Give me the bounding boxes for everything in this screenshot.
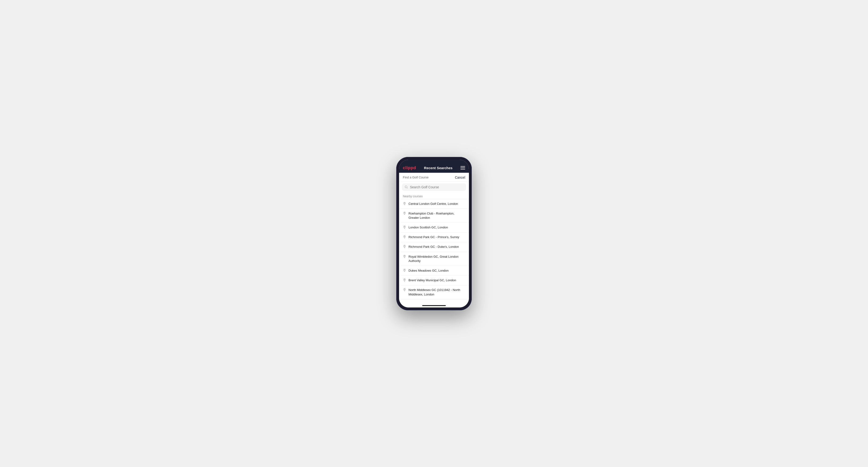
menu-icon[interactable] — [460, 166, 465, 169]
course-name: Richmond Park GC - Prince's, Surrey — [408, 235, 459, 239]
home-indicator — [399, 301, 469, 308]
svg-point-0 — [405, 186, 407, 188]
svg-point-4 — [404, 226, 405, 227]
search-input[interactable] — [410, 185, 463, 189]
location-pin-icon — [403, 212, 406, 215]
list-item[interactable]: Central London Golf Centre, London — [399, 199, 469, 209]
search-input-wrapper — [402, 183, 466, 191]
svg-point-5 — [404, 236, 405, 237]
course-list: Central London Golf Centre, London Roeha… — [399, 199, 469, 301]
svg-point-3 — [404, 212, 405, 213]
svg-point-9 — [404, 279, 405, 280]
course-name: London Scottish GC, London — [408, 225, 448, 229]
course-name: Richmond Park GC - Duke's, London — [408, 245, 459, 249]
nav-title: Recent Searches — [424, 166, 453, 170]
location-pin-icon — [403, 278, 406, 282]
list-item[interactable]: Dukes Meadows GC, London — [399, 266, 469, 276]
course-name: North Middlesex GC (1011942 - North Midd… — [408, 288, 465, 297]
status-bar — [399, 160, 469, 163]
list-item[interactable]: London Scottish GC, London — [399, 223, 469, 232]
phone-screen: clippd Recent Searches Find a Golf Cours… — [399, 160, 469, 308]
svg-point-6 — [404, 246, 405, 247]
search-input-container — [399, 182, 469, 193]
course-name: Brent Valley Municipal GC, London — [408, 278, 456, 282]
course-name: Dukes Meadows GC, London — [408, 269, 448, 273]
list-item[interactable]: Richmond Park GC - Prince's, Surrey — [399, 232, 469, 242]
list-item[interactable]: Roehampton Club - Roehampton, Greater Lo… — [399, 209, 469, 223]
location-pin-icon — [403, 269, 406, 272]
cancel-button[interactable]: Cancel — [455, 176, 465, 179]
list-item[interactable]: Brent Valley Municipal GC, London — [399, 276, 469, 285]
course-name: Roehampton Club - Roehampton, Greater Lo… — [408, 212, 465, 220]
search-header: Find a Golf Course Cancel — [399, 173, 469, 182]
location-pin-icon — [403, 245, 406, 248]
navigation-bar: clippd Recent Searches — [399, 163, 469, 173]
svg-line-1 — [407, 188, 408, 188]
course-name: Central London Golf Centre, London — [408, 202, 458, 206]
svg-point-8 — [404, 270, 405, 270]
location-pin-icon — [403, 288, 406, 291]
app-logo: clippd — [403, 165, 416, 170]
list-item[interactable]: Royal Wimbledon GC, Great London Authori… — [399, 252, 469, 266]
svg-point-2 — [404, 203, 405, 204]
svg-point-7 — [404, 255, 405, 256]
nearby-courses-label: Nearby courses — [399, 193, 469, 199]
list-item[interactable]: Richmond Park GC - Duke's, London — [399, 242, 469, 252]
home-bar — [422, 305, 446, 306]
location-pin-icon — [403, 202, 406, 205]
list-item[interactable]: North Middlesex GC (1011942 - North Midd… — [399, 285, 469, 299]
course-name: Royal Wimbledon GC, Great London Authori… — [408, 255, 465, 263]
find-golf-course-label: Find a Golf Course — [403, 176, 429, 179]
search-icon — [405, 185, 408, 189]
svg-point-10 — [404, 289, 405, 289]
main-content: Find a Golf Course Cancel Nearby courses — [399, 173, 469, 301]
location-pin-icon — [403, 235, 406, 239]
location-pin-icon — [403, 255, 406, 258]
phone-device: clippd Recent Searches Find a Golf Cours… — [396, 157, 472, 310]
location-pin-icon — [403, 226, 406, 229]
